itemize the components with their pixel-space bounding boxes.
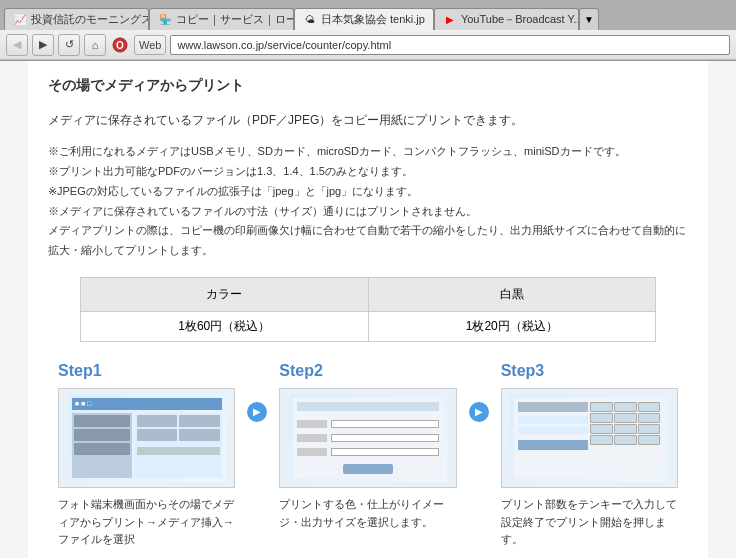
s1-btn-1 bbox=[137, 415, 177, 427]
home-button[interactable]: ⌂ bbox=[84, 34, 106, 56]
s1-sidebar bbox=[72, 413, 132, 478]
s3-key-8 bbox=[614, 424, 637, 434]
forward-button[interactable]: ▶ bbox=[32, 34, 54, 56]
tab-youtube[interactable]: ▶ YouTube－Broadcast Y... bbox=[434, 8, 579, 30]
s3-key-2 bbox=[614, 402, 637, 412]
forward-icon: ▶ bbox=[39, 38, 47, 51]
s1-content bbox=[72, 413, 222, 478]
step-2-desc: プリントする色・仕上がりイメージ・出力サイズを選択します。 bbox=[279, 496, 456, 531]
tab-favicon-lawson: 🏪 bbox=[158, 13, 172, 27]
search-label: Web bbox=[134, 35, 166, 55]
s1-btn-4 bbox=[179, 429, 219, 441]
s2-label-1 bbox=[297, 420, 327, 428]
tab-label-investments: 投資信託のモーニングスタ... bbox=[31, 12, 149, 27]
step-1-title: Step1 bbox=[58, 362, 235, 380]
arrow-circle-1: ▶ bbox=[247, 402, 267, 422]
tab-bar: 📈 投資信託のモーニングスタ... 🏪 コピー｜サービス｜ローソン 🌤 日本気象… bbox=[0, 0, 736, 30]
page-notes: ※ご利用になれるメディアはUSBメモリ、SDカード、microSDカード、コンパ… bbox=[48, 142, 688, 261]
back-button[interactable]: ◀ bbox=[6, 34, 28, 56]
step-3-image-inner bbox=[510, 394, 668, 482]
step-1-image: ■ ■ □ bbox=[58, 388, 235, 488]
s2-row-1 bbox=[297, 418, 439, 429]
s1-btn-3 bbox=[137, 429, 177, 441]
s2-row-2 bbox=[297, 432, 439, 443]
tab-tenki[interactable]: 🌤 日本気象協会 tenki.jp bbox=[294, 8, 434, 30]
s3-ok-btn bbox=[518, 440, 588, 450]
s3-key-9 bbox=[638, 424, 661, 434]
s3-display bbox=[518, 402, 588, 412]
s1-sidebar-item-3 bbox=[74, 443, 130, 455]
home-icon: ⌂ bbox=[92, 39, 99, 51]
s3-key-star bbox=[590, 435, 613, 445]
s1-btn-2 bbox=[179, 415, 219, 427]
page-wrapper: その場でメディアからプリント メディアに保存されているファイル（PDF／JPEG… bbox=[0, 61, 736, 558]
step-2-image bbox=[279, 388, 456, 488]
chevron-down-icon: ▼ bbox=[584, 14, 594, 25]
note-3: ※JPEGの対応しているファイルの拡張子は「jpeg」と「jpg」になります。 bbox=[48, 182, 688, 202]
pricing-header-color: カラー bbox=[81, 277, 369, 311]
address-bar-wrap: Web bbox=[134, 35, 730, 55]
opera-icon: O bbox=[110, 35, 130, 55]
s3-numpad bbox=[590, 402, 660, 445]
note-1: ※ご利用になれるメディアはUSBメモリ、SDカード、microSDカード、コンパ… bbox=[48, 142, 688, 162]
step-1-desc: フォト端末機画面からその場でメディアからプリント→メディア挿入→ファイルを選択 bbox=[58, 496, 235, 549]
s1-header: ■ ■ □ bbox=[72, 398, 222, 410]
steps-container: Step1 ■ ■ □ bbox=[48, 362, 688, 549]
s1-header-text: ■ ■ □ bbox=[75, 400, 92, 407]
s2-label-3 bbox=[297, 448, 327, 456]
note-5: メディアプリントの際は、コピー機の印刷画像欠け幅に合わせて自動で若干の縮小をした… bbox=[48, 221, 688, 261]
tab-favicon-youtube: ▶ bbox=[443, 13, 457, 27]
s3-key-6 bbox=[638, 413, 661, 423]
step-arrow-2: ▶ bbox=[467, 362, 491, 422]
s3-info-2 bbox=[518, 426, 588, 434]
note-2: ※プリント出力可能なPDFのバージョンは1.3、1.4、1.5のみとなります。 bbox=[48, 162, 688, 182]
step-2-title: Step2 bbox=[279, 362, 456, 380]
tab-favicon-investments: 📈 bbox=[13, 13, 27, 27]
step-3: Step3 bbox=[491, 362, 688, 549]
step-1-image-inner: ■ ■ □ bbox=[68, 394, 226, 482]
s2-field-1 bbox=[331, 420, 439, 428]
browser-chrome: 📈 投資信託のモーニングスタ... 🏪 コピー｜サービス｜ローソン 🌤 日本気象… bbox=[0, 0, 736, 61]
toolbar: ◀ ▶ ↺ ⌂ O Web bbox=[0, 30, 736, 60]
address-input[interactable] bbox=[170, 35, 730, 55]
step-1: Step1 ■ ■ □ bbox=[48, 362, 245, 549]
s2-label-2 bbox=[297, 434, 327, 442]
s1-sidebar-item-2 bbox=[74, 429, 130, 441]
step-2-image-inner bbox=[289, 394, 447, 482]
pricing-mono-price: 1枚20円（税込） bbox=[368, 311, 656, 341]
s2-field-3 bbox=[331, 448, 439, 456]
page-description: メディアに保存されているファイル（PDF／JPEG）をコピー用紙にプリントできま… bbox=[48, 111, 688, 130]
tab-label-lawson: コピー｜サービス｜ローソン bbox=[176, 12, 294, 27]
step-2: Step2 bbox=[269, 362, 466, 531]
s1-btn-row-2 bbox=[137, 429, 220, 441]
tab-investments[interactable]: 📈 投資信託のモーニングスタ... bbox=[4, 8, 149, 30]
s1-main bbox=[135, 413, 222, 478]
tab-more-button[interactable]: ▼ bbox=[579, 8, 599, 30]
arrow-circle-2: ▶ bbox=[469, 402, 489, 422]
tab-favicon-tenki: 🌤 bbox=[303, 13, 317, 27]
s3-key-5 bbox=[614, 413, 637, 423]
s1-progress bbox=[137, 447, 220, 455]
tab-label-youtube: YouTube－Broadcast Y... bbox=[461, 12, 579, 27]
tab-lawson[interactable]: 🏪 コピー｜サービス｜ローソン bbox=[149, 8, 294, 30]
s1-btn-row-1 bbox=[137, 415, 220, 427]
note-4: ※メディアに保存されているファイルの寸法（サイズ）通りにはプリントされません。 bbox=[48, 202, 688, 222]
s3-key-3 bbox=[638, 402, 661, 412]
s2-field-2 bbox=[331, 434, 439, 442]
s2-content bbox=[293, 398, 443, 478]
back-icon: ◀ bbox=[13, 38, 21, 51]
step-3-image bbox=[501, 388, 678, 488]
reload-button[interactable]: ↺ bbox=[58, 34, 80, 56]
pricing-table: カラー 白黒 1枚60円（税込） 1枚20円（税込） bbox=[80, 277, 656, 342]
pricing-header-mono: 白黒 bbox=[368, 277, 656, 311]
s3-content bbox=[514, 398, 664, 478]
s2-title-bar bbox=[297, 402, 439, 411]
step-arrow-1: ▶ bbox=[245, 362, 269, 422]
s3-key-7 bbox=[590, 424, 613, 434]
s1-sidebar-item-1 bbox=[74, 415, 130, 427]
step-3-desc: プリント部数をテンキーで入力して設定終了でプリント開始を押します。 bbox=[501, 496, 678, 549]
s3-right bbox=[590, 402, 660, 474]
s3-key-4 bbox=[590, 413, 613, 423]
s3-key-1 bbox=[590, 402, 613, 412]
svg-text:O: O bbox=[116, 40, 124, 51]
